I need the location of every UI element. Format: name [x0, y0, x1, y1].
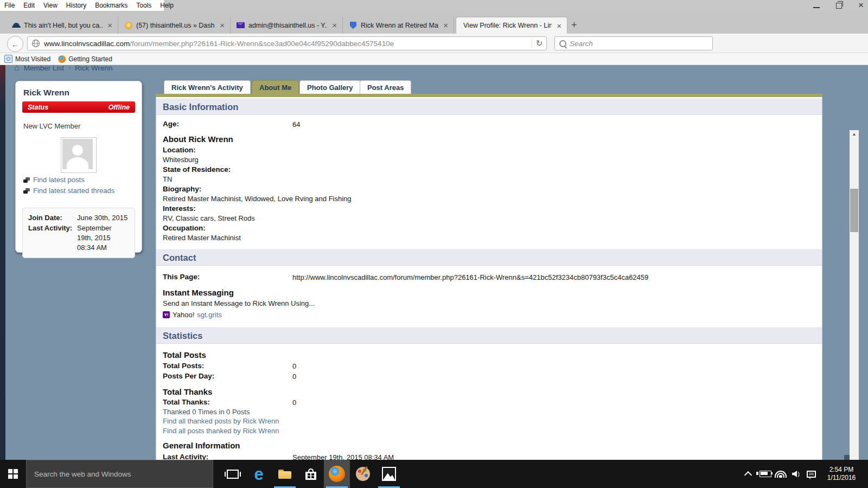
back-arrow-icon: ←	[11, 40, 20, 49]
search-placeholder: Search	[570, 40, 593, 48]
volume-icon[interactable]: )	[788, 460, 804, 488]
breadcrumb-member-list[interactable]: Member List	[24, 65, 64, 72]
status-banner: Status Offline	[22, 101, 135, 113]
photos-app-button[interactable]	[376, 460, 402, 488]
taskbar-search-placeholder: Search the web and Windows	[34, 470, 131, 478]
back-button[interactable]: ←	[7, 36, 23, 52]
taskbar-search-input[interactable]: Search the web and Windows	[26, 460, 213, 488]
status-value: Offline	[108, 104, 130, 111]
status-label: Status	[28, 104, 48, 111]
bookmark-getting-started[interactable]: Getting Started	[58, 55, 112, 63]
start-button[interactable]	[0, 460, 26, 488]
minimize-button[interactable]	[813, 7, 820, 8]
breadcrumb: ⌂ Member List › Rick Wrenn	[14, 65, 112, 73]
scrollbar[interactable]: ▲ ▼	[850, 130, 859, 460]
tab-close-icon[interactable]: ×	[330, 21, 339, 30]
tab-title: View Profile: Rick Wrenn - Linc...	[463, 22, 552, 29]
yahoo-row: Y! Yahoo! sgt.grits	[163, 311, 222, 319]
photos-icon	[382, 467, 396, 481]
file-explorer-button[interactable]	[272, 460, 298, 488]
restore-button[interactable]	[836, 3, 842, 9]
globe-icon	[31, 39, 40, 48]
browser-tab-2[interactable]: (57) thisainthell.us » Dash... ×	[120, 17, 231, 34]
scroll-up-icon[interactable]: ▲	[850, 130, 859, 138]
clock-time: 2:54 PM	[818, 466, 865, 474]
scrollbar-thumb[interactable]	[850, 189, 858, 232]
url-text: www.lincolnvscadillac.com/forum/member.p…	[44, 40, 532, 48]
posts-per-day-label: Posts Per Day:	[163, 372, 214, 380]
menu-edit[interactable]: Edit	[23, 2, 35, 9]
menu-help[interactable]: Help	[160, 2, 174, 9]
tab-title: Rick Wrenn at Retired Mas...	[361, 22, 438, 29]
tab-about-me[interactable]: About Me	[252, 80, 299, 94]
join-date-value: June 30th, 2015	[77, 213, 129, 223]
section-header-statistics: Statistics	[156, 327, 822, 344]
yahoo-handle-link[interactable]: sgt.grits	[197, 311, 222, 319]
tab-strip: This ain't Hell, but you ca... × (57) th…	[0, 11, 868, 34]
store-icon	[305, 472, 316, 480]
yahoo-label: Yahoo!	[173, 311, 194, 319]
most-visited-icon	[4, 55, 12, 63]
browser-tab-1[interactable]: This ain't Hell, but you ca... ×	[8, 17, 118, 34]
total-thanks-label: Total Thanks:	[163, 398, 210, 406]
find-thanked-posts-link[interactable]: Find all thanked posts by Rick Wrenn	[163, 417, 279, 425]
home-breadcrumb-icon[interactable]: ⌂	[14, 65, 20, 73]
posts-icon	[23, 177, 30, 183]
url-path: /forum/member.php?26161-Rick-Wrenn&sce3a…	[130, 40, 394, 48]
location-value: Whitesburg	[163, 156, 199, 164]
clock-date: 1/11/2016	[818, 474, 865, 482]
total-posts-value: 0	[292, 362, 296, 370]
edge-icon: e	[254, 466, 263, 483]
browser-tab-3[interactable]: admin@thisainthell.us - Y... ×	[233, 17, 343, 34]
search-input[interactable]: Search	[554, 36, 713, 50]
close-window-button[interactable]: ×	[858, 2, 864, 9]
wifi-icon[interactable]	[774, 460, 788, 488]
browser-tab-active[interactable]: View Profile: Rick Wrenn - Linc... ×	[456, 17, 567, 34]
bookmark-most-visited[interactable]: Most Visited	[4, 55, 50, 63]
total-posts-subheader: Total Posts	[163, 350, 206, 359]
menu-bookmarks[interactable]: Bookmarks	[95, 2, 127, 9]
store-app-button[interactable]	[298, 460, 324, 488]
tab-close-icon[interactable]: ×	[555, 21, 563, 30]
location-label: Location:	[163, 146, 196, 154]
browser-tab-4[interactable]: Rick Wrenn at Retired Mas... ×	[345, 17, 454, 34]
menu-view[interactable]: View	[43, 2, 58, 9]
edge-app-button[interactable]: e	[246, 460, 272, 488]
paint-palette-icon	[356, 467, 370, 481]
taskbar-clock[interactable]: 2:54 PM 1/11/2016	[818, 466, 865, 482]
breadcrumb-current: Rick Wrenn	[75, 65, 113, 72]
url-bar[interactable]: www.lincolnvscadillac.com/forum/member.p…	[27, 36, 547, 50]
find-posts-thanked-link[interactable]: Find all posts thanked by Rick Wrenn	[163, 427, 279, 435]
profile-content-panel: Basic Information Age: 64 About Rick Wre…	[156, 97, 822, 460]
tab-activity[interactable]: Rick Wrenn's Activity	[164, 80, 251, 94]
age-value: 64	[292, 120, 300, 129]
system-tray: ) 2:54 PM 1/11/2016	[741, 460, 868, 488]
tab-close-icon[interactable]: ×	[442, 21, 450, 30]
tray-chevron-up-icon[interactable]	[741, 460, 755, 488]
tab-title: (57) thisainthell.us » Dash...	[136, 22, 215, 29]
total-thanks-subheader: Total Thanks	[163, 387, 212, 396]
reload-button[interactable]: ↻	[532, 38, 546, 48]
tab-close-icon[interactable]: ×	[218, 21, 226, 30]
state-value: TN	[163, 175, 172, 183]
battery-icon[interactable]	[755, 460, 774, 488]
total-posts-label: Total Posts:	[163, 362, 204, 370]
tab-close-icon[interactable]: ×	[106, 21, 114, 30]
section-header-basic: Basic Information	[156, 98, 822, 115]
menu-bar: File Edit View History Bookmarks Tools H…	[0, 0, 164, 11]
menu-history[interactable]: History	[66, 2, 86, 9]
action-center-icon[interactable]	[804, 460, 818, 488]
menu-tools[interactable]: Tools	[136, 2, 151, 9]
firefox-app-button[interactable]	[324, 460, 350, 488]
task-view-button[interactable]	[220, 460, 246, 488]
find-latest-posts-link[interactable]: Find latest posts	[23, 176, 135, 184]
paint-app-button[interactable]	[350, 460, 376, 488]
threads-icon	[23, 188, 30, 194]
interests-value: RV, Classic cars, Street Rods	[163, 214, 255, 222]
tab-post-areas[interactable]: Post Areas	[360, 80, 411, 94]
new-tab-button[interactable]: +	[571, 20, 577, 31]
find-latest-threads-link[interactable]: Find latest started threads	[23, 187, 135, 195]
menu-file[interactable]: File	[4, 2, 15, 9]
windows-logo-icon	[8, 469, 18, 479]
tab-photo-gallery[interactable]: Photo Gallery	[299, 80, 361, 94]
